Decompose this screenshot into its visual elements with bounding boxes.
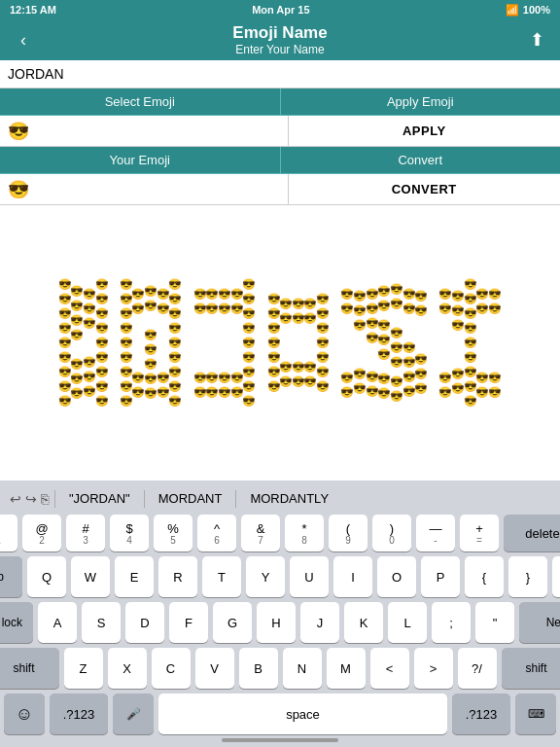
clipboard-icon[interactable]: ⎘ [41, 491, 49, 507]
next-key[interactable]: Next [519, 602, 560, 643]
convert-button[interactable]: CONVERT [289, 174, 561, 204]
convert-label-header: Convert [281, 147, 561, 173]
key-slash[interactable]: ?/ [458, 648, 497, 689]
key-g[interactable]: G [213, 602, 252, 643]
redo-icon[interactable]: ↪ [25, 491, 37, 507]
key-o[interactable]: O [377, 556, 416, 597]
select-emoji-label: Select Emoji [0, 89, 281, 115]
key-plus[interactable]: += [460, 515, 499, 551]
key-lbrace[interactable]: { [465, 556, 504, 597]
key-s[interactable]: S [82, 602, 121, 643]
key-h[interactable]: H [257, 602, 296, 643]
key-5[interactable]: %5 [154, 515, 192, 551]
key-3[interactable]: #3 [66, 515, 105, 551]
key-semicolon[interactable]: ; [432, 602, 471, 643]
undo-icon[interactable]: ↩ [10, 491, 21, 507]
key-l[interactable]: L [388, 602, 427, 643]
key-1[interactable]: !1 [0, 515, 18, 551]
home-bar [222, 738, 338, 742]
key-q[interactable]: Q [27, 556, 66, 597]
divider2 [144, 490, 145, 508]
key-4[interactable]: $4 [110, 515, 149, 551]
apply-button[interactable]: APPLY [289, 116, 561, 146]
emoji-art-display: 😎😎😎😎😎😎😎😎😎 😎😎😎😎 😎😎😎 😎😎😎 😎😎😎 😎😎😎😎😎😎😎😎😎 😎😎😎… [0, 205, 560, 480]
emoji-key[interactable]: ☺ [4, 694, 45, 734]
key-v[interactable]: V [195, 648, 234, 689]
key-u[interactable]: U [290, 556, 329, 597]
app-title: Emoji Name [39, 23, 521, 43]
key-n[interactable]: N [283, 648, 322, 689]
caps-lock-key[interactable]: caps lock [0, 602, 33, 643]
autocorrect-option-3[interactable]: MORDANTLY [242, 489, 336, 508]
num-key-right[interactable]: .?123 [452, 694, 510, 734]
key-rbrace[interactable]: } [508, 556, 547, 597]
key-dash[interactable]: —- [416, 515, 455, 551]
key-z[interactable]: Z [64, 648, 103, 689]
number-row: !1 @2 #3 $4 %5 ^6 &7 *8 (9 )0 —- += dele… [4, 515, 556, 551]
share-button[interactable]: ⬆ [521, 24, 552, 55]
tab-key[interactable]: tab [0, 556, 22, 597]
key-gt[interactable]: > [414, 648, 453, 689]
qwerty-row: tab Q W E R T Y U I O P { } \ [4, 556, 556, 597]
emoji-select-row: 😎 APPLY [0, 116, 560, 147]
shift-key-left[interactable]: shift [0, 648, 59, 689]
key-x[interactable]: X [108, 648, 147, 689]
emoji-control-header-row: Select Emoji Apply Emoji [0, 89, 560, 116]
back-button[interactable]: ‹ [8, 24, 39, 55]
key-backslash[interactable]: \ [552, 556, 560, 597]
name-input-area [0, 60, 560, 89]
key-c[interactable]: C [152, 648, 191, 689]
mic-key[interactable]: 🎤 [113, 694, 154, 734]
delete-key[interactable]: delete [504, 515, 560, 551]
key-e[interactable]: E [115, 556, 154, 597]
key-r[interactable]: R [158, 556, 197, 597]
emoji-selector[interactable]: 😎 [0, 116, 289, 146]
status-time: 12:15 AM [10, 4, 56, 16]
convert-control-header-row: Your Emoji Convert [0, 147, 560, 174]
keyboard-area: ↩ ↪ ⎘ "JORDAN" MORDANT MORDANTLY !1 @2 #… [0, 480, 560, 747]
space-key[interactable]: space [158, 694, 447, 734]
key-p[interactable]: P [421, 556, 460, 597]
key-d[interactable]: D [125, 602, 164, 643]
key-k[interactable]: K [344, 602, 383, 643]
key-7[interactable]: &7 [241, 515, 280, 551]
num-key-left[interactable]: .?123 [50, 694, 108, 734]
status-bar: 12:15 AM Mon Apr 15 📶 100% [0, 0, 560, 19]
apply-emoji-label: Apply Emoji [281, 89, 561, 115]
key-a[interactable]: A [38, 602, 77, 643]
divider [54, 490, 55, 508]
key-0[interactable]: )0 [372, 515, 411, 551]
your-emoji-label: Your Emoji [0, 147, 281, 173]
key-m[interactable]: M [327, 648, 366, 689]
key-i[interactable]: I [333, 556, 372, 597]
key-j[interactable]: J [300, 602, 339, 643]
bottom-keyboard-row: ☺ .?123 🎤 space .?123 ⌨ [4, 694, 556, 734]
key-2[interactable]: @2 [22, 515, 61, 551]
key-9[interactable]: (9 [329, 515, 368, 551]
keyboard-key[interactable]: ⌨ [515, 694, 556, 734]
app-header: ‹ Emoji Name Enter Your Name ⬆ [0, 19, 560, 60]
status-date: Mon Apr 15 [252, 4, 310, 16]
autocorrect-option-1[interactable]: "JORDAN" [61, 489, 138, 508]
your-emoji-display: 😎 [0, 174, 289, 204]
wifi-icon: 📶 [506, 4, 519, 17]
your-emoji-row: 😎 CONVERT [0, 174, 560, 205]
key-t[interactable]: T [202, 556, 241, 597]
key-b[interactable]: B [239, 648, 278, 689]
battery-icon: 100% [523, 4, 550, 16]
shift-key-right[interactable]: shift [502, 648, 561, 689]
key-f[interactable]: F [169, 602, 208, 643]
divider3 [235, 490, 236, 508]
autocorrect-option-2[interactable]: MORDANT [151, 489, 230, 508]
key-y[interactable]: Y [246, 556, 285, 597]
convert-label: CONVERT [392, 182, 457, 196]
key-8[interactable]: *8 [285, 515, 324, 551]
autocorrect-bar: ↩ ↪ ⎘ "JORDAN" MORDANT MORDANTLY [4, 486, 556, 511]
your-emoji-value: 😎 [8, 179, 29, 200]
key-6[interactable]: ^6 [197, 515, 236, 551]
key-lt[interactable]: < [370, 648, 409, 689]
name-input[interactable] [8, 66, 552, 82]
key-quote[interactable]: " [475, 602, 514, 643]
asdf-row: caps lock A S D F G H J K L ; " Next [4, 602, 556, 643]
key-w[interactable]: W [71, 556, 110, 597]
